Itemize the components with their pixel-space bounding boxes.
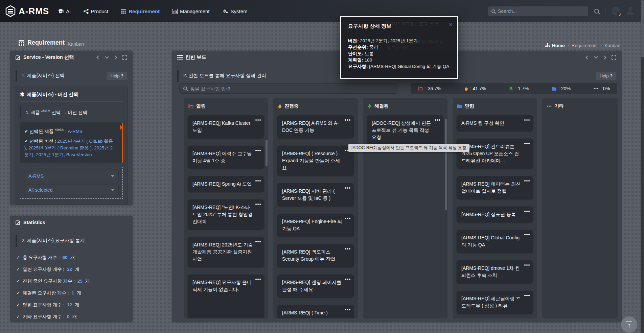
card-menu-ellipsis-icon[interactable] <box>528 234 530 235</box>
nav-menu-item[interactable]: Requirement <box>121 8 160 14</box>
user-icon[interactable] <box>626 7 635 16</box>
collapse-left-icon[interactable] <box>96 55 100 59</box>
modal-field-value: 중간 <box>369 45 378 50</box>
card-menu-ellipsis-icon[interactable] <box>439 119 440 121</box>
navbar-search <box>488 6 588 16</box>
collapse-down-icon[interactable] <box>594 55 598 58</box>
search-icon <box>183 87 187 90</box>
nav-menu-item[interactable]: System <box>223 8 248 14</box>
dropdown-select[interactable]: All selected <box>24 185 119 195</box>
kanban-card[interactable]: [ARMS-REQ] Kafka Cluster 도입 <box>188 115 264 138</box>
chevron-down-icon <box>111 175 114 179</box>
kanban-card[interactable]: [ARMS-REQ] ( Resource ) Expand 기능을 만들어 주… <box>277 146 354 176</box>
nav-menu-item[interactable]: Product <box>84 8 109 14</box>
status-summary-item: : 20% <box>552 86 571 91</box>
kanban-column: 해결됨 [ADOC-REQ] 삼성에서 만든 프로젝트 뷰 기능 목록 작성 요… <box>363 98 447 318</box>
card-menu-ellipsis-icon[interactable] <box>349 187 350 189</box>
card-menu-ellipsis-icon[interactable] <box>259 180 261 182</box>
kanban-card[interactable]: [ARMS-REQ] 서버 관리 ( Server 모듈 및 IaC 등 ) <box>277 183 354 206</box>
kanban-card-title: [ARMS-REQ] ( Resource ) Expand 기능을 만들어 주… <box>282 151 340 170</box>
collapse-right-icon[interactable] <box>602 55 606 59</box>
kanban-card-title: [ARMS-REQ] Global Config 의 기능 QA <box>461 235 520 247</box>
kanban-card[interactable]: [ARMS-REQ] 상표권 등록 <box>457 207 533 222</box>
kanban-card[interactable]: [ARMS-REQ] A-RMS 와 A-DOC 연동 기능 <box>277 115 354 138</box>
card-menu-ellipsis-icon[interactable] <box>259 204 261 205</box>
app-logo-icon <box>5 5 16 17</box>
statistics-row: ✓ 총 요구사항 개수 : 60 개 <box>16 255 127 261</box>
app-logo[interactable]: A-RMS <box>0 5 58 17</box>
kanban-column-title: 기타 <box>554 103 564 109</box>
card-menu-ellipsis-icon[interactable] <box>259 150 261 151</box>
card-menu-ellipsis-icon[interactable] <box>349 119 350 121</box>
navbar-search-input[interactable] <box>498 8 585 14</box>
kanban-card[interactable]: [ARMS-REQ] 백오피스 Security Group 메뉴 작업 <box>277 244 354 267</box>
breadcrumb-item[interactable]: Requirement <box>572 43 598 48</box>
kanban-card-title: [ARMS-REQ] 상표권 등록 <box>461 212 516 217</box>
nav-menu: Ai Product Requirement <box>58 8 247 14</box>
kanban-card[interactable]: [ARMS-REQ] 이석주 교수님 미팅 4월 1주 중 <box>188 146 264 169</box>
kanban-card[interactable]: [ARMS-REQ] 요구사항 폴더 삭제 기능이 없습니다. <box>188 275 264 318</box>
page-scrollbar[interactable] <box>641 0 644 333</box>
scroll-to-top-button[interactable]: ↑ <box>621 316 637 333</box>
card-menu-ellipsis-icon[interactable] <box>528 180 530 182</box>
edit-icon <box>16 55 21 60</box>
card-menu-ellipsis-icon[interactable] <box>349 218 350 219</box>
nav-menu-item-icon <box>223 9 228 14</box>
card-menu-ellipsis-icon[interactable] <box>349 248 350 249</box>
dropdown-select[interactable]: A-RMS <box>24 171 119 181</box>
statistics-panel-title: Statistics <box>16 220 45 225</box>
card-menu-ellipsis-icon[interactable] <box>528 295 530 296</box>
kanban-card[interactable]: [ARMS-REQ] Spring Ai 도입 <box>188 176 264 192</box>
kanban-card[interactable]: [ADOC-REQ] 삼성에서 만든 프로젝트 뷰 기능 목록 작성 요청 <box>367 115 443 145</box>
expand-icon[interactable] <box>122 55 127 60</box>
kanban-column-header: 기타 <box>542 98 618 113</box>
statistics-unit: 개 <box>70 255 75 261</box>
search-submit-icon[interactable] <box>594 9 599 14</box>
breadcrumb-home[interactable]: Home <box>545 43 565 48</box>
list-icon <box>177 55 183 60</box>
card-menu-ellipsis-icon[interactable] <box>528 143 530 144</box>
kanban-card[interactable]: [ARMS-REQ] 세근님이랑 프로젝트뷰 ( 삼성 ) 리뷰 <box>457 291 533 314</box>
kanban-card[interactable]: [ARMS-REQ] Engine-Fire 의 기능 QA <box>277 214 354 237</box>
breadcrumb-item[interactable]: Kanban <box>604 43 620 48</box>
help-button[interactable]: Help ? <box>596 72 616 80</box>
collapse-right-icon[interactable] <box>113 55 117 59</box>
card-menu-ellipsis-icon[interactable] <box>528 211 530 212</box>
chevron-down-icon <box>111 189 114 193</box>
card-menu-ellipsis-icon[interactable] <box>259 119 261 121</box>
kanban-card[interactable]: [ARMS-REQ] "도전! K-스타트업 2025" 부처 통합 창업경진대… <box>188 199 264 230</box>
kanban-card[interactable]: [ARMS-REQ] Global Config 의 기능 QA <box>457 230 533 253</box>
column-scrollbar-thumb[interactable] <box>445 119 447 210</box>
card-menu-ellipsis-icon[interactable] <box>259 279 261 280</box>
kanban-card[interactable]: [ARMS-REQ] ( Time ) <box>277 305 354 318</box>
requirement-detail-modal: [ARMS-REQ] 상표권 등록 [ARMS-REQ] Global Conf… <box>340 16 458 79</box>
help-button[interactable]: Help ? <box>107 72 127 80</box>
card-menu-ellipsis-icon[interactable] <box>349 309 350 310</box>
card-menu-ellipsis-icon[interactable] <box>349 279 350 280</box>
nav-menu-item-icon <box>121 9 126 14</box>
notification-icon[interactable]: 3 <box>612 7 620 16</box>
page-scrollbar-thumb[interactable] <box>641 0 644 57</box>
card-menu-ellipsis-icon[interactable] <box>259 241 261 242</box>
kanban-card[interactable]: [ARMS-REQ] 컨트리뷰톤 2025 Open UP 오픈소스 컨트리뷰션… <box>457 139 533 169</box>
card-menu-ellipsis-icon[interactable] <box>528 264 530 266</box>
check-icon: ✓ <box>16 302 20 307</box>
modal-fields: 버전: 2025년 2분기, 2025년 1분기 우선순위: 중간 난이도: 보… <box>348 38 450 70</box>
kanban-card[interactable]: A-RMS 팀 구성 확인 <box>457 115 533 131</box>
status-summary-value: : 41.7% <box>470 86 486 91</box>
status-summary-value: : 1.7% <box>515 86 529 91</box>
collapse-down-icon[interactable] <box>105 55 109 58</box>
card-menu-ellipsis-icon[interactable] <box>528 119 530 121</box>
kanban-card[interactable]: [ARMS-REQ] 2025년도 기술개발제품 공공기관 실증지원 사업 <box>188 237 264 267</box>
close-icon[interactable]: × <box>449 21 453 28</box>
nav-menu-item[interactable]: Management <box>172 8 210 14</box>
collapse-left-icon[interactable] <box>585 55 589 59</box>
nav-menu-item[interactable]: Ai <box>58 8 70 14</box>
column-scrollbar-thumb[interactable] <box>266 140 268 166</box>
kanban-card[interactable]: [ARMS-REQ] dmove 1차 컨퍼런스 후속 조치 <box>457 260 533 283</box>
kanban-card[interactable]: [ARMS-REQ] 데이터는 최신 업데이트 일자로 정렬 <box>457 176 533 199</box>
expand-icon[interactable] <box>612 55 616 60</box>
kanban-search-input[interactable] <box>190 86 393 91</box>
kanban-card[interactable]: [ARMS-REQ] 랜딩 페이지를 완성 해 주세요 <box>277 275 354 298</box>
kanban-card-title: [ARMS-REQ] Kafka Cluster 도입 <box>192 120 250 133</box>
